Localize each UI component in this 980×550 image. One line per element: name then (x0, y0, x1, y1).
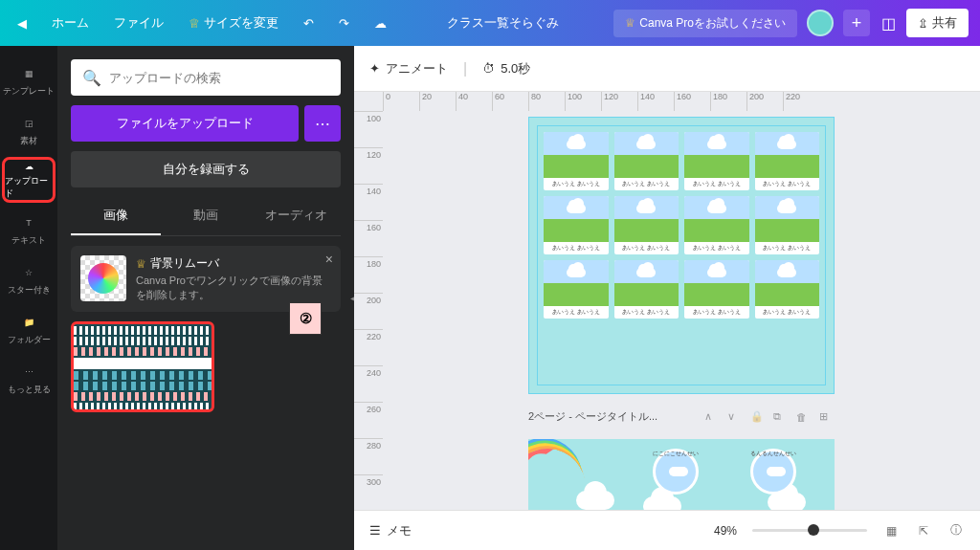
undo-button[interactable]: ↶ (298, 12, 320, 34)
uploads-panel: 🔍 ファイルをアップロード ⋯ 自分を録画する 画像 動画 オーディオ ♕背景リ… (57, 46, 354, 550)
insights-button[interactable]: ◫ (880, 14, 897, 32)
bar-chart-icon: ◫ (881, 14, 896, 33)
photo-card[interactable]: あいうえ あいうえ (544, 132, 609, 190)
star-icon: ☆ (19, 263, 38, 282)
delete-button[interactable]: 🗑 (796, 411, 812, 423)
canvas-toolbar: ✦ アニメート | ⏱ 5.0秒 (354, 46, 980, 92)
photo-card[interactable]: あいうえ あいうえ (614, 196, 679, 254)
photo-card[interactable]: あいうえ あいうえ (544, 196, 609, 254)
folder-icon: 📁 (19, 313, 38, 332)
teacher-label: にこにこせんせい (653, 450, 699, 458)
rail-templates[interactable]: ▦ テンプレート (2, 57, 56, 103)
zoom-slider[interactable] (752, 529, 867, 532)
page-2[interactable]: にこにこせんせい るんるんせんせい (528, 439, 835, 510)
rail-elements[interactable]: ◲ 素材 (2, 107, 56, 153)
animate-icon: ✦ (369, 61, 380, 76)
uploaded-image-item[interactable] (71, 321, 214, 412)
fullscreen-button[interactable]: ⇱ (915, 522, 932, 539)
card-grid: あいうえ あいうえあいうえ あいうえあいうえ あいうえあいうえ あいうえあいうえ… (538, 126, 825, 324)
search-input[interactable] (109, 71, 329, 85)
cloud-upload-icon: ☁ (19, 160, 38, 173)
duplicate-button[interactable]: ⧉ (773, 410, 789, 423)
upload-more-button[interactable]: ⋯ (304, 105, 341, 142)
resize-label: サイズを変更 (204, 14, 278, 32)
upload-row: ファイルをアップロード ⋯ (71, 105, 341, 142)
left-rail: ▦ テンプレート ◲ 素材 ① ☁ アップロード T テキスト ☆ スター付き … (0, 46, 57, 550)
upload-search[interactable]: 🔍 (71, 59, 341, 96)
duration-button[interactable]: ⏱ 5.0秒 (482, 60, 530, 77)
upload-file-button[interactable]: ファイルをアップロード (71, 105, 299, 142)
back-button[interactable]: ◀ (11, 12, 33, 34)
divider: | (463, 60, 467, 77)
cloud-graphic (576, 491, 614, 510)
photo-card[interactable]: あいうえ あいうえ (755, 196, 820, 254)
ruler-horizontal: 020406080100120140160180200220 (383, 92, 980, 111)
rail-starred[interactable]: ☆ スター付き (2, 256, 56, 302)
teacher-photo-2: るんるんせんせい (750, 449, 796, 495)
bg-remover-title: 背景リムーバ (150, 255, 219, 272)
elements-icon: ◲ (19, 114, 38, 133)
photo-card[interactable]: あいうえ あいうえ (684, 132, 749, 190)
zoom-thumb[interactable] (808, 524, 819, 536)
crown-icon: ♕ (189, 16, 200, 31)
zoom-level[interactable]: 49% (714, 524, 737, 538)
file-menu[interactable]: ファイル (108, 11, 169, 35)
canvas-scroll[interactable]: 020406080100120140160180200220 100120140… (354, 92, 980, 510)
teacher-photo-1: にこにこせんせい (653, 449, 699, 495)
duration-label: 5.0秒 (501, 60, 530, 77)
photo-card[interactable]: あいうえ あいうえ (755, 132, 820, 190)
rail-text[interactable]: T テキスト (2, 207, 56, 253)
photo-card[interactable]: あいうえ あいうえ (755, 260, 820, 319)
help-button[interactable]: ⓘ (947, 522, 965, 539)
photo-card[interactable]: あいうえ あいうえ (614, 132, 679, 190)
notes-icon: ☰ (369, 523, 381, 538)
cloud-icon: ☁ (374, 16, 387, 31)
search-icon: 🔍 (82, 69, 101, 87)
home-button[interactable]: ホーム (46, 11, 95, 35)
redo-button[interactable]: ↷ (333, 12, 355, 34)
photo-card[interactable]: あいうえ あいうえ (684, 196, 749, 254)
rail-folders[interactable]: 📁 フォルダー (2, 306, 56, 352)
page-count-button[interactable]: ▦ (882, 522, 900, 539)
cloud-sync-button[interactable]: ☁ (368, 12, 392, 34)
plus-icon: + (852, 13, 862, 33)
close-icon: × (325, 252, 333, 267)
user-avatar[interactable] (807, 10, 834, 36)
tab-audio[interactable]: オーディオ (251, 197, 341, 235)
notes-button[interactable]: ☰ メモ (369, 522, 412, 539)
annotation-badge-2: ② (289, 302, 322, 335)
page-1[interactable]: あいうえ あいうえあいうえ あいうえあいうえ あいうえあいうえ あいうえあいうえ… (528, 117, 835, 394)
tab-videos[interactable]: 動画 (161, 197, 251, 235)
page-up-button[interactable]: ∧ (704, 410, 720, 423)
topbar-left: ◀ ホーム ファイル ♕ サイズを変更 ↶ ↷ ☁ (11, 11, 392, 35)
clock-icon: ⏱ (482, 61, 495, 76)
photo-card[interactable]: あいうえ あいうえ (544, 260, 609, 319)
try-pro-button[interactable]: ♕ Canva Proをお試しください (613, 10, 797, 37)
lock-button[interactable]: 🔒 (750, 410, 766, 423)
teacher-label: るんるんせんせい (750, 450, 796, 458)
document-title[interactable]: クラス一覧そらぐみ (447, 14, 559, 32)
animate-button[interactable]: ✦ アニメート (369, 60, 448, 77)
close-promo-button[interactable]: × (325, 252, 333, 267)
add-page-button[interactable]: ⊞ (819, 410, 835, 423)
add-member-button[interactable]: + (843, 10, 870, 36)
resize-button[interactable]: ♕ サイズを変更 (183, 11, 284, 35)
tab-images[interactable]: 画像 (71, 197, 161, 235)
notes-label: メモ (387, 522, 412, 539)
photo-card[interactable]: あいうえ あいうえ (684, 260, 749, 319)
page-down-button[interactable]: ∨ (727, 410, 743, 423)
media-tabs: 画像 動画 オーディオ (71, 197, 341, 236)
crown-icon: ♕ (136, 257, 146, 271)
page-title-label[interactable]: 2ページ - ページタイトル... (528, 409, 657, 424)
main: ▦ テンプレート ◲ 素材 ① ☁ アップロード T テキスト ☆ スター付き … (0, 46, 980, 550)
topbar: ◀ ホーム ファイル ♕ サイズを変更 ↶ ↷ ☁ クラス一覧そらぐみ ♕ Ca… (0, 0, 980, 46)
record-yourself-button[interactable]: 自分を録画する (71, 151, 341, 187)
rail-label: スター付き (8, 284, 51, 297)
undo-icon: ↶ (303, 16, 314, 31)
rail-uploads[interactable]: ① ☁ アップロード (2, 157, 56, 203)
share-button[interactable]: ⇫ 共有 (906, 9, 969, 37)
upload-icon: ⇫ (918, 16, 928, 31)
animate-label: アニメート (386, 60, 448, 77)
rail-more[interactable]: ⋯ もっと見る (2, 356, 56, 402)
photo-card[interactable]: あいうえ あいうえ (614, 260, 679, 319)
